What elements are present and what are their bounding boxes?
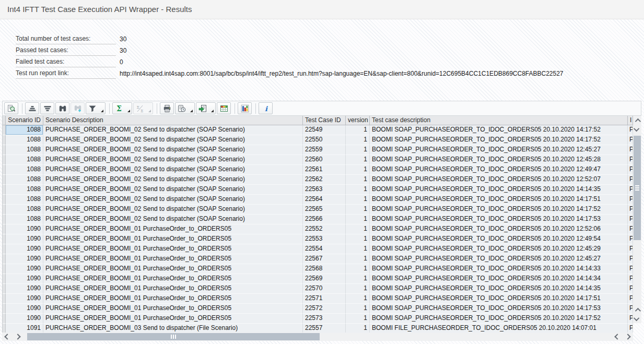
cell[interactable]: P	[628, 155, 633, 165]
cell[interactable]: 22570	[303, 284, 346, 294]
cell[interactable]: 22571	[303, 294, 346, 304]
cell[interactable]: BOOMI SOAP_PURCHASEORDER_TO_IDOC_ORDERS0…	[370, 145, 628, 155]
cell[interactable]: 1	[346, 185, 370, 195]
cell[interactable]: 1	[346, 205, 370, 215]
cell[interactable]: 1090	[6, 304, 43, 314]
cell[interactable]: BOOMI SOAP_PURCHASEORDER_TO_IDOC_ORDERS0…	[370, 215, 628, 224]
column-header[interactable]: version	[346, 116, 370, 125]
cell[interactable]: PURCHASE_ORDER_BOOMI_02 Send to dispatch…	[43, 215, 303, 224]
cell[interactable]: 22550	[303, 135, 346, 145]
cell[interactable]: PURCHASE_ORDER_BOOMI_01 PurchaseOrder_to…	[43, 224, 303, 234]
cell[interactable]: P	[628, 165, 633, 175]
cell[interactable]: BOOMI FILE_PURCHASEORDER_TO_IDOC_ORDERS0…	[370, 324, 628, 333]
cell[interactable]: 1	[346, 195, 370, 205]
details-button[interactable]	[4, 102, 18, 114]
cell[interactable]: 22549	[303, 125, 346, 135]
cell[interactable]: 1	[346, 274, 370, 284]
cell[interactable]: BOOMI SOAP_PURCHASEORDER_TO_IDOC_ORDERS0…	[370, 135, 628, 145]
cell[interactable]: BOOMI SOAP_PURCHASEORDER_TO_IDOC_ORDERS0…	[370, 195, 628, 205]
print-button[interactable]	[160, 102, 174, 114]
table-row[interactable]: 1088PURCHASE_ORDER_BOOMI_02 Send to disp…	[3, 205, 633, 215]
scroll-page-right-button[interactable]	[623, 333, 633, 341]
cell[interactable]: 22559	[303, 145, 346, 155]
cell[interactable]: PURCHASE_ORDER_BOOMI_01 PurchaseOrder_to…	[43, 314, 303, 324]
cell[interactable]: 1090	[6, 294, 43, 304]
table-row[interactable]: 1088PURCHASE_ORDER_BOOMI_02 Send to disp…	[3, 165, 633, 175]
vertical-scroll-thumb[interactable]	[634, 136, 641, 240]
cell[interactable]: 1	[346, 294, 370, 304]
scroll-up-button[interactable]	[633, 116, 641, 125]
cell[interactable]: BOOMI SOAP_PURCHASEORDER_TO_IDOC_ORDERS0…	[370, 304, 628, 314]
cell[interactable]: 1	[346, 314, 370, 324]
cell[interactable]: PURCHASE_ORDER_BOOMI_02 Send to dispatch…	[43, 175, 303, 185]
cell[interactable]: 22562	[303, 175, 346, 185]
cell[interactable]: PURCHASE_ORDER_BOOMI_01 PurchaseOrder_to…	[43, 284, 303, 294]
cell[interactable]: 1088	[6, 215, 43, 224]
sum-button[interactable]: Σ	[112, 102, 132, 114]
cell[interactable]: P	[628, 234, 633, 244]
cell[interactable]: P	[628, 215, 633, 224]
cell[interactable]: PURCHASE_ORDER_BOOMI_02 Send to dispatch…	[43, 195, 303, 205]
views-button[interactable]	[175, 102, 195, 114]
table-row[interactable]: 1090PURCHASE_ORDER_BOOMI_01 PurchaseOrde…	[3, 254, 633, 264]
info-button[interactable]: i	[259, 102, 273, 114]
table-row[interactable]: 1090PURCHASE_ORDER_BOOMI_01 PurchaseOrde…	[3, 294, 633, 304]
table-row[interactable]: 1088PURCHASE_ORDER_BOOMI_02 Send to disp…	[3, 135, 633, 145]
table-row[interactable]: 1088PURCHASE_ORDER_BOOMI_02 Send to disp…	[3, 175, 633, 185]
cell[interactable]: 22573	[303, 314, 346, 324]
cell[interactable]: 1	[346, 224, 370, 234]
cell[interactable]: 1	[346, 234, 370, 244]
cell[interactable]: P	[628, 244, 633, 254]
table-row[interactable]: 1088PURCHASE_ORDER_BOOMI_02 Send to disp…	[3, 195, 633, 205]
cell[interactable]: 22552	[303, 224, 346, 234]
sort-ascending-button[interactable]	[25, 102, 39, 114]
cell[interactable]: 22553	[303, 234, 346, 244]
cell[interactable]: 1088	[6, 125, 43, 135]
cell[interactable]: 1088	[6, 165, 43, 175]
cell[interactable]: BOOMI SOAP_PURCHASEORDER_TO_IDOC_ORDERS0…	[370, 294, 628, 304]
vertical-scroll-track[interactable]	[633, 134, 641, 305]
cell[interactable]: PURCHASE_ORDER_BOOMI_01 PurchaseOrder_to…	[43, 264, 303, 274]
cell[interactable]: P	[628, 284, 633, 294]
cell[interactable]: 1091	[6, 324, 43, 333]
table-row[interactable]: 1088PURCHASE_ORDER_BOOMI_02 Send to disp…	[3, 155, 633, 165]
cell[interactable]: P	[628, 205, 633, 215]
cell[interactable]: 1	[346, 215, 370, 224]
cell[interactable]: PURCHASE_ORDER_BOOMI_01 PurchaseOrder_to…	[43, 254, 303, 264]
cell[interactable]: P	[628, 254, 633, 264]
horizontal-scrollbar[interactable]	[2, 333, 633, 341]
cell[interactable]: 22563	[303, 185, 346, 195]
table-row[interactable]: 1090PURCHASE_ORDER_BOOMI_01 PurchaseOrde…	[3, 304, 633, 314]
vertical-scrollbar[interactable]	[633, 116, 641, 323]
cell[interactable]: P	[628, 294, 633, 304]
cell[interactable]: BOOMI SOAP_PURCHASEORDER_TO_IDOC_ORDERS0…	[370, 284, 628, 294]
cell[interactable]: BOOMI SOAP_PURCHASEORDER_TO_IDOC_ORDERS0…	[370, 254, 628, 264]
cell[interactable]: 1090	[6, 254, 43, 264]
cell[interactable]: BOOMI SOAP_PURCHASEORDER_TO_IDOC_ORDERS0…	[370, 264, 628, 274]
cell[interactable]: 1090	[6, 264, 43, 274]
table-row[interactable]: 1091PURCHASE_ORDER_BOOMI_03 Send to disp…	[3, 324, 633, 333]
cell[interactable]: P	[628, 324, 633, 333]
cell[interactable]: 1090	[6, 234, 43, 244]
cell[interactable]: 1088	[6, 195, 43, 205]
cell[interactable]: PURCHASE_ORDER_BOOMI_01 PurchaseOrder_to…	[43, 294, 303, 304]
cell[interactable]: 1088	[6, 185, 43, 195]
cell[interactable]: 1	[346, 135, 370, 145]
table-row[interactable]: 1088PURCHASE_ORDER_BOOMI_02 Send to disp…	[3, 145, 633, 155]
cell[interactable]: 1	[346, 175, 370, 185]
find-button[interactable]	[55, 102, 69, 114]
table-row[interactable]: 1088PURCHASE_ORDER_BOOMI_02 Send to disp…	[3, 125, 633, 135]
cell[interactable]: P	[628, 195, 633, 205]
cell[interactable]: 22565	[303, 205, 346, 215]
cell[interactable]: 22568	[303, 264, 346, 274]
cell[interactable]: 1	[346, 125, 370, 135]
cell[interactable]: BOOMI SOAP_PURCHASEORDER_TO_IDOC_ORDERS0…	[370, 244, 628, 254]
cell[interactable]: 22554	[303, 244, 346, 254]
column-header[interactable]: Scenario ID	[6, 116, 43, 125]
cell[interactable]: 1	[346, 155, 370, 165]
cell[interactable]: 1	[346, 145, 370, 155]
sort-descending-button[interactable]	[40, 102, 54, 114]
cell[interactable]: P	[628, 224, 633, 234]
cell[interactable]: BOOMI SOAP_PURCHASEORDER_TO_IDOC_ORDERS0…	[370, 224, 628, 234]
table-row[interactable]: 1090PURCHASE_ORDER_BOOMI_01 PurchaseOrde…	[3, 314, 633, 324]
